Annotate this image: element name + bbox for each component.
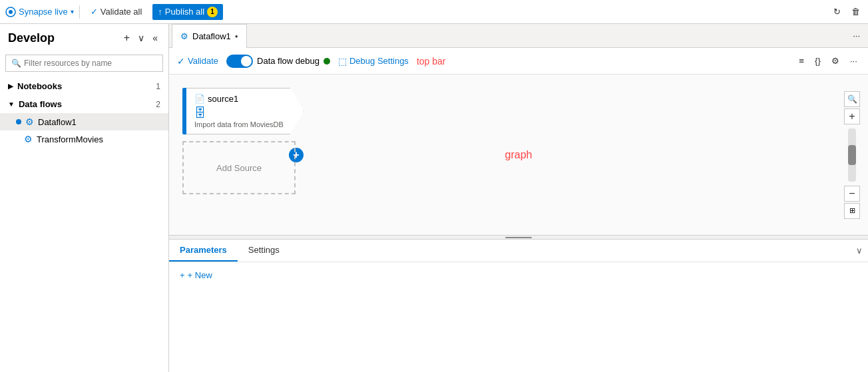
active-dot-icon [16, 119, 21, 124]
discard-button[interactable]: 🗑 [849, 4, 863, 19]
refresh-icon: ↻ [833, 7, 841, 17]
transformmovies-label: TransformMovies [37, 134, 103, 144]
sidebar-section-notebooks: ▶ Notebooks 1 [0, 77, 168, 95]
zoom-in-icon: + [849, 110, 855, 122]
publish-badge: 1 [207, 7, 218, 17]
graph-area: 📄 source1 🗄 Import data from MoviesDB + [169, 75, 868, 372]
synapse-label: Synapse live [19, 7, 68, 17]
dataflows-section-header[interactable]: ▼ Data flows 2 [0, 95, 168, 113]
sidebar-section-dataflows: ▼ Data flows 2 ⚙ Dataflow1 ⚙ TransformMo… [0, 95, 168, 148]
bottom-panel-body: + + New [169, 262, 868, 372]
source-node-accent [182, 88, 186, 134]
notebooks-label: Notebooks [17, 81, 62, 91]
tab-dataflow-icon: ⚙ [180, 31, 188, 41]
dataflows-count: 2 [156, 100, 160, 109]
dataflow-toolbar: ✓ Validate Data flow debug ⬚ Debug Setti… [169, 48, 868, 75]
tab-settings[interactable]: Settings [238, 240, 290, 262]
panel-collapse-button[interactable]: ∨ [851, 243, 868, 258]
tab-bar: ⚙ Dataflow1 ● ··· [169, 24, 868, 48]
notebooks-count: 1 [156, 82, 160, 91]
dataflow1-tab[interactable]: ⚙ Dataflow1 ● [172, 24, 247, 48]
new-parameter-label: + New [188, 270, 212, 280]
tab-unsaved-dot: ● [235, 33, 238, 39]
source-node[interactable]: 📄 source1 🗄 Import data from MoviesDB [182, 88, 304, 134]
main-layout: Develop + ∨ « 🔍 ▶ Notebooks 1 [0, 24, 868, 372]
zoom-track[interactable] [848, 128, 856, 182]
sidebar-item-dataflow1[interactable]: ⚙ Dataflow1 [0, 113, 168, 130]
debug-toggle-container: Data flow debug [226, 55, 330, 68]
new-parameter-icon: + [180, 270, 185, 280]
json-icon: {} [815, 56, 821, 66]
validate-label: Validate [188, 56, 218, 66]
notebooks-chevron-icon: ▶ [8, 83, 13, 90]
content-area: ⚙ Dataflow1 ● ··· ✓ Validate Data flow d… [169, 24, 868, 372]
validate-check-icon: ✓ [177, 56, 185, 67]
tab-parameters[interactable]: Parameters [169, 240, 238, 262]
source-node-db-icon: 🗄 [194, 106, 206, 120]
sidebar-item-transformmovies[interactable]: ⚙ TransformMovies [0, 130, 168, 148]
graph-canvas[interactable]: 📄 source1 🗄 Import data from MoviesDB + [169, 75, 868, 235]
tab-dataflow1-label: Dataflow1 [192, 31, 231, 41]
refresh-button[interactable]: ↻ [831, 4, 843, 19]
sidebar-add-button[interactable]: + [121, 29, 132, 47]
script-view-button[interactable]: ≡ [796, 53, 807, 69]
zoom-fit-button[interactable]: ⊞ [844, 203, 860, 219]
search-input[interactable] [24, 59, 157, 68]
dataflows-chevron-icon: ▼ [8, 100, 15, 108]
zoom-in-button[interactable]: + [844, 108, 860, 124]
new-parameter-button[interactable]: + + New [180, 270, 857, 280]
sidebar-collapse-button[interactable]: « [150, 29, 160, 47]
synapse-chevron-icon[interactable]: ▾ [71, 8, 74, 15]
sidebar-sort-button[interactable]: ∨ [135, 29, 147, 47]
zoom-controls: 🔍 + − ⊞ [844, 91, 860, 219]
publish-all-button[interactable]: ↑ Publish all 1 [152, 4, 223, 20]
validate-all-button[interactable]: ✓ Validate all [85, 4, 148, 19]
debug-toggle-label: Data flow debug [257, 56, 320, 66]
graph-annotation: graph [505, 149, 533, 161]
zoom-out-button[interactable]: − [844, 186, 860, 202]
more-options-button[interactable]: ··· [847, 53, 860, 69]
zoom-search-icon: 🔍 [847, 94, 857, 104]
bottom-panel: Parameters Settings ∨ + + New [169, 239, 868, 372]
debug-settings-icon: ⬚ [338, 56, 347, 67]
validate-icon: ✓ [91, 7, 98, 17]
json-view-button[interactable]: {} [812, 53, 823, 69]
dataflow-icon: ⚙ [25, 116, 34, 127]
svg-point-1 [9, 10, 13, 14]
debug-settings-button[interactable]: ⬚ Debug Settings [338, 56, 409, 67]
zoom-search-button[interactable]: 🔍 [844, 91, 860, 107]
add-source-label: Add Source [216, 163, 262, 173]
panel-collapse-icon: ∨ [856, 246, 863, 256]
add-source-box[interactable]: Add Source [182, 141, 296, 194]
dataflow2-icon: ⚙ [24, 134, 33, 144]
toggle-knob [241, 56, 252, 67]
develop-title: Develop [8, 31, 55, 45]
settings-view-button[interactable]: ⚙ [829, 53, 842, 69]
source-node-title: 📄 source1 [194, 94, 284, 104]
sidebar: Develop + ∨ « 🔍 ▶ Notebooks 1 [0, 24, 169, 372]
more-icon: ··· [850, 56, 857, 66]
debug-status-icon [324, 58, 330, 65]
bottom-panel-header: Parameters Settings ∨ [169, 240, 868, 262]
sidebar-header: Develop + ∨ « [0, 24, 168, 52]
validate-button[interactable]: ✓ Validate [177, 56, 218, 67]
search-icon: 🔍 [11, 59, 21, 68]
settings-icon: ⚙ [831, 56, 839, 66]
zoom-thumb[interactable] [848, 145, 856, 165]
source-node-title-icon: 📄 [194, 94, 205, 104]
top-bar-annotation: top bar [417, 56, 446, 67]
source-node-subtitle: Import data from MoviesDB [194, 120, 284, 128]
notebooks-section-header[interactable]: ▶ Notebooks 1 [0, 77, 168, 95]
dataflow1-label: Dataflow1 [38, 117, 77, 127]
tab-more-button[interactable]: ··· [847, 28, 865, 43]
synapse-logo[interactable]: Synapse live ▾ [5, 7, 74, 17]
dataflows-label: Data flows [19, 99, 62, 109]
resize-line [505, 237, 532, 238]
discard-icon: 🗑 [851, 7, 860, 17]
zoom-fit-icon: ⊞ [849, 206, 855, 215]
debug-toggle[interactable] [226, 55, 253, 68]
top-bar: Synapse live ▾ ✓ Validate all ↑ Publish … [0, 0, 868, 24]
script-icon: ≡ [799, 56, 804, 66]
publish-icon: ↑ [158, 7, 162, 17]
sidebar-search-box[interactable]: 🔍 [5, 55, 163, 72]
